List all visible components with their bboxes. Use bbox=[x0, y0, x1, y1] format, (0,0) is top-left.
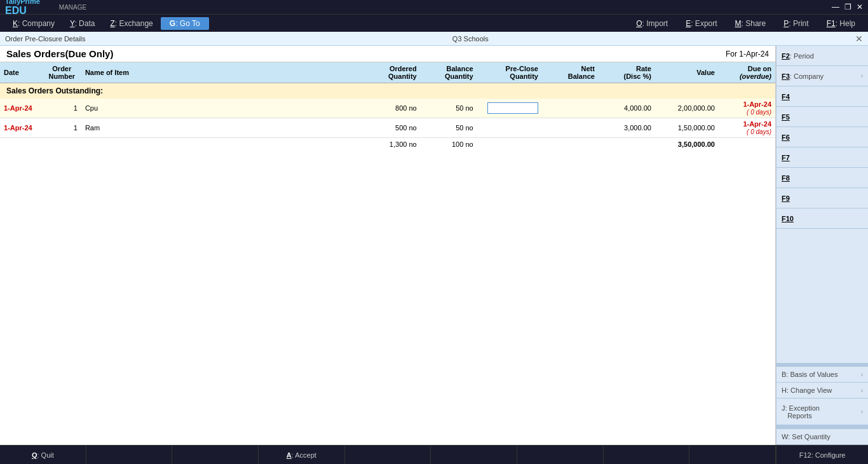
menu-print[interactable]: P: Print bbox=[776, 17, 816, 31]
menu-exchange[interactable]: Z: Exchange bbox=[102, 17, 160, 31]
sidebar-item-f10[interactable]: F10 bbox=[776, 208, 868, 229]
app-edition: EDU bbox=[5, 5, 53, 17]
row1-date: 1-Apr-24 bbox=[0, 99, 43, 118]
row2-nett-balance bbox=[542, 118, 599, 138]
sidebar-item-f7[interactable]: F7 bbox=[776, 147, 868, 168]
col-date: Date bbox=[0, 62, 43, 83]
bottom-btn-3[interactable] bbox=[172, 446, 259, 464]
col-balance-qty: BalanceQuantity bbox=[421, 62, 477, 83]
sidebar-item-exception-reports[interactable]: J: Exception Reports › bbox=[776, 399, 868, 425]
chevron-right-icon: › bbox=[861, 371, 863, 378]
row2-balance-qty: 50 no bbox=[421, 118, 477, 138]
row1-order-no: 1 bbox=[43, 99, 81, 118]
manage-label: MANAGE bbox=[59, 4, 86, 11]
row1-nett-balance bbox=[542, 99, 599, 118]
chevron-right-icon: › bbox=[861, 387, 863, 394]
window-title: Order Pre-Closure Details bbox=[5, 35, 86, 43]
app-brand: TallyPrime EDU bbox=[5, 0, 53, 17]
sidebar-spacer bbox=[776, 229, 868, 363]
col-preclose-qty: Pre-CloseQuantity bbox=[477, 62, 542, 83]
row1-due-on: 1-Apr-24 ( 0 days) bbox=[719, 99, 775, 118]
window-controls: — ❐ ✕ bbox=[832, 3, 863, 11]
col-due-on: Due on(overdue) bbox=[719, 62, 775, 83]
row1-balance-qty: 50 no bbox=[421, 99, 477, 118]
menu-bar: K: Company Y: Data Z: Exchange G: Go To … bbox=[0, 14, 868, 32]
bottom-bar: Q: Quit A: Accept F12: Configure bbox=[0, 445, 868, 464]
row2-due-on: 1-Apr-24 ( 0 days) bbox=[719, 118, 775, 138]
row1-item: Cpu bbox=[81, 99, 364, 118]
row2-date: 1-Apr-24 bbox=[0, 118, 43, 138]
right-sidebar: F2: Period F3: Company › F4 F5 F6 F7 F8 … bbox=[776, 46, 868, 445]
sidebar-item-f2[interactable]: F2: Period bbox=[776, 46, 868, 66]
row2-item: Ram bbox=[81, 118, 364, 138]
maximize-button[interactable]: ❐ bbox=[844, 3, 851, 11]
row1-ordered-qty: 800 no bbox=[364, 99, 421, 118]
report-date: For 1-Apr-24 bbox=[726, 50, 769, 58]
header-strip: Order Pre-Closure Details Q3 Schools ✕ bbox=[0, 32, 868, 46]
table-row: 1-Apr-24 1 Ram 500 no 50 no 3,000.00 1,5… bbox=[0, 118, 775, 138]
right-menu: O: Import E: Export M: Share P: Print F1… bbox=[628, 17, 863, 31]
menu-share[interactable]: M: Share bbox=[728, 17, 774, 31]
chevron-right-icon: › bbox=[861, 72, 863, 79]
sales-orders-table: Date OrderNumber Name of Item OrderedQua… bbox=[0, 62, 775, 151]
strip-close-button[interactable]: ✕ bbox=[855, 34, 863, 44]
col-nett-balance: NettBalance bbox=[542, 62, 599, 83]
totals-row: 1,300 no 100 no 3,50,000.00 bbox=[0, 138, 775, 151]
menu-import[interactable]: O: Import bbox=[628, 17, 675, 31]
company-name: Q3 Schools bbox=[86, 35, 855, 43]
goto-button[interactable]: G: Go To bbox=[161, 17, 209, 30]
row1-rate: 4,000.00 bbox=[599, 99, 655, 118]
total-ordered-qty: 1,300 no bbox=[364, 138, 421, 151]
row2-preclose-qty bbox=[477, 118, 542, 138]
sidebar-item-basis-of-values[interactable]: B: Basis of Values › bbox=[776, 367, 868, 383]
sidebar-item-set-quantity[interactable]: W: Set Quantity bbox=[776, 429, 868, 445]
row2-order-no: 1 bbox=[43, 118, 81, 138]
sidebar-item-f6[interactable]: F6 bbox=[776, 127, 868, 147]
bottom-btn-5[interactable] bbox=[345, 446, 431, 464]
sidebar-item-f3[interactable]: F3: Company › bbox=[776, 66, 868, 86]
section-header-row: Sales Orders Outstanding: bbox=[0, 83, 775, 99]
col-value: Value bbox=[655, 62, 719, 83]
report-title: Sales Orders(Due Only) bbox=[6, 48, 113, 59]
bottom-btn-8[interactable] bbox=[604, 446, 690, 464]
menu-help[interactable]: F1: Help bbox=[819, 17, 863, 31]
total-value: 3,50,000.00 bbox=[655, 138, 719, 151]
chevron-right-icon: › bbox=[861, 408, 863, 415]
col-ordered-qty: OrderedQuantity bbox=[364, 62, 421, 83]
col-item-name: Name of Item bbox=[81, 62, 364, 83]
row2-ordered-qty: 500 no bbox=[364, 118, 421, 138]
col-order-no: OrderNumber bbox=[43, 62, 81, 83]
bottom-btn-2[interactable] bbox=[86, 446, 173, 464]
menu-company[interactable]: K: Company bbox=[5, 17, 62, 31]
quit-button[interactable]: Q: Quit bbox=[0, 446, 86, 464]
main-panel: Sales Orders(Due Only) For 1-Apr-24 Date… bbox=[0, 46, 776, 445]
preclose-qty-input[interactable] bbox=[487, 102, 538, 114]
bottom-btn-9[interactable] bbox=[689, 446, 776, 464]
row2-rate: 3,000.00 bbox=[599, 118, 655, 138]
row1-value: 2,00,000.00 bbox=[655, 99, 719, 118]
app-name: TallyPrime bbox=[5, 0, 40, 5]
menu-data[interactable]: Y: Data bbox=[62, 17, 102, 31]
menu-export[interactable]: E: Export bbox=[678, 17, 724, 31]
row2-value: 1,50,000.00 bbox=[655, 118, 719, 138]
sidebar-item-f8[interactable]: F8 bbox=[776, 168, 868, 188]
bottom-btn-6[interactable] bbox=[431, 446, 517, 464]
sidebar-item-f4[interactable]: F4 bbox=[776, 86, 868, 107]
close-button[interactable]: ✕ bbox=[857, 3, 863, 11]
row1-preclose-input-cell[interactable] bbox=[477, 99, 542, 118]
sidebar-item-change-view[interactable]: H: Change View › bbox=[776, 383, 868, 399]
configure-button[interactable]: F12: Configure bbox=[776, 446, 868, 464]
minimize-button[interactable]: — bbox=[832, 3, 839, 11]
accept-button[interactable]: A: Accept bbox=[259, 446, 345, 464]
col-rate: Rate(Disc %) bbox=[599, 62, 655, 83]
content-area: Sales Orders(Due Only) For 1-Apr-24 Date… bbox=[0, 46, 868, 445]
total-balance-qty: 100 no bbox=[421, 138, 477, 151]
table-row: 1-Apr-24 1 Cpu 800 no 50 no 4,000.00 2,0… bbox=[0, 99, 775, 118]
report-header: Sales Orders(Due Only) For 1-Apr-24 bbox=[0, 46, 775, 62]
sidebar-item-f9[interactable]: F9 bbox=[776, 188, 868, 208]
top-bar: TallyPrime EDU MANAGE — ❐ ✕ bbox=[0, 0, 868, 14]
bottom-btn-7[interactable] bbox=[517, 446, 604, 464]
sidebar-item-f5[interactable]: F5 bbox=[776, 107, 868, 127]
table-container: Date OrderNumber Name of Item OrderedQua… bbox=[0, 62, 775, 445]
section-header-label: Sales Orders Outstanding: bbox=[0, 83, 775, 99]
